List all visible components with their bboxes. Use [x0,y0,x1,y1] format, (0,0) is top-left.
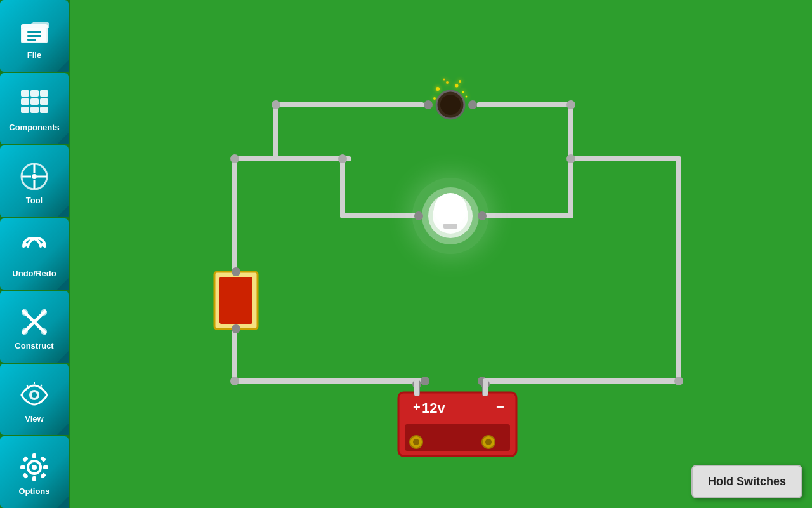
sidebar-item-file[interactable]: File [0,0,69,72]
svg-rect-39 [22,456,29,462]
svg-point-72 [436,87,440,91]
sidebar-item-file-label: File [27,50,41,60]
file-icon [16,13,52,49]
svg-point-87 [434,193,467,226]
svg-point-74 [455,84,459,88]
sidebar-item-undo-redo[interactable]: Undo/Redo [0,218,69,290]
sidebar-item-components[interactable]: Components [0,73,69,145]
svg-point-93 [232,267,240,276]
sidebar-item-view-label: View [25,414,43,424]
svg-point-94 [232,324,240,333]
svg-rect-40 [40,456,46,462]
options-icon [16,450,52,485]
svg-rect-13 [40,107,48,113]
undo-redo-icon [16,232,52,267]
svg-point-29 [32,392,37,398]
svg-rect-36 [32,476,36,481]
view-icon [16,377,52,413]
sidebar-item-view[interactable]: View [0,364,69,436]
svg-rect-37 [20,465,25,469]
components-icon [16,86,52,121]
svg-rect-4 [27,39,36,41]
svg-rect-10 [40,98,48,105]
svg-rect-41 [22,472,29,479]
svg-text:+: + [413,400,421,414]
svg-point-73 [446,81,449,84]
svg-point-77 [443,79,445,81]
svg-text:12v: 12v [422,400,445,416]
sidebar: File Components [0,0,70,508]
svg-point-71 [440,95,461,115]
svg-point-79 [466,96,468,98]
svg-point-78 [459,80,461,83]
svg-point-64 [338,154,347,163]
sidebar-item-options-label: Options [18,486,49,496]
svg-point-26 [22,328,28,335]
construct-icon [16,304,52,340]
svg-point-34 [32,465,37,470]
svg-rect-92 [219,277,252,324]
circuit-canvas: + 12v − Hold Switches [70,0,812,508]
svg-rect-38 [43,465,48,469]
svg-point-102 [485,439,492,445]
sidebar-item-tool-label: Tool [26,196,43,205]
svg-point-75 [462,91,464,93]
svg-point-65 [230,154,239,163]
svg-point-63 [566,154,575,163]
svg-rect-35 [32,453,36,458]
sidebar-item-undo-redo-label: Undo/Redo [12,269,56,278]
svg-rect-3 [27,35,41,37]
sidebar-item-tool[interactable]: Tool [0,145,69,217]
svg-line-32 [41,385,42,387]
svg-point-62 [566,100,575,109]
svg-point-61 [272,100,280,109]
svg-rect-2 [27,31,41,33]
svg-point-25 [41,309,47,316]
sidebar-item-construct-label: Construct [15,341,53,351]
svg-rect-12 [30,107,39,113]
svg-point-82 [468,100,477,109]
svg-rect-6 [30,90,39,97]
sidebar-item-construct[interactable]: Construct [0,291,69,363]
svg-rect-11 [21,107,29,113]
svg-point-76 [433,97,436,100]
svg-point-66 [230,377,239,385]
svg-point-19 [32,174,37,179]
svg-text:−: − [496,399,504,415]
svg-point-90 [478,211,487,220]
svg-rect-42 [40,472,46,479]
tool-icon [16,159,52,194]
svg-point-67 [674,377,683,385]
svg-point-27 [41,328,47,335]
svg-rect-7 [40,90,48,97]
svg-rect-8 [21,98,29,105]
svg-point-81 [424,100,433,109]
svg-rect-9 [30,98,39,105]
svg-line-31 [27,385,28,387]
sidebar-item-options[interactable]: Options [0,436,69,508]
sidebar-item-components-label: Components [9,123,59,132]
svg-rect-5 [21,90,29,97]
svg-point-24 [22,309,28,316]
svg-point-89 [414,211,423,220]
svg-point-68 [421,377,429,385]
svg-point-100 [413,439,419,445]
hold-switches-button[interactable]: Hold Switches [691,465,802,498]
svg-rect-88 [443,224,457,229]
